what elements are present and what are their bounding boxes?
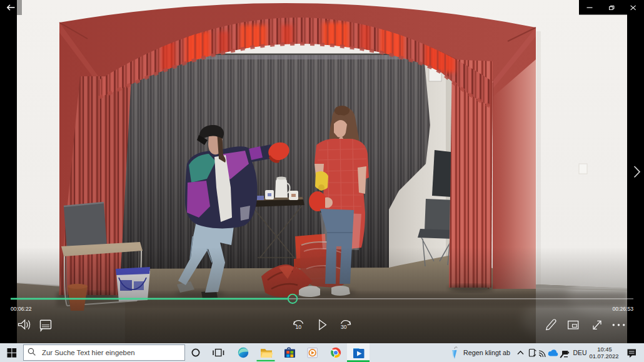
svg-text:10:45: 10:45	[597, 346, 611, 353]
svg-text:10: 10	[296, 324, 302, 330]
svg-text:DEU: DEU	[573, 349, 587, 356]
svg-text:Zur Suche Text hier eingeben: Zur Suche Text hier eingeben	[42, 349, 135, 356]
svg-text:01.07.2022: 01.07.2022	[590, 353, 619, 359]
svg-text:00:06:22: 00:06:22	[11, 306, 32, 312]
svg-text:30: 30	[341, 324, 347, 330]
svg-text:Regen klingt ab: Regen klingt ab	[463, 349, 510, 356]
svg-text:00:26:53: 00:26:53	[613, 306, 634, 312]
